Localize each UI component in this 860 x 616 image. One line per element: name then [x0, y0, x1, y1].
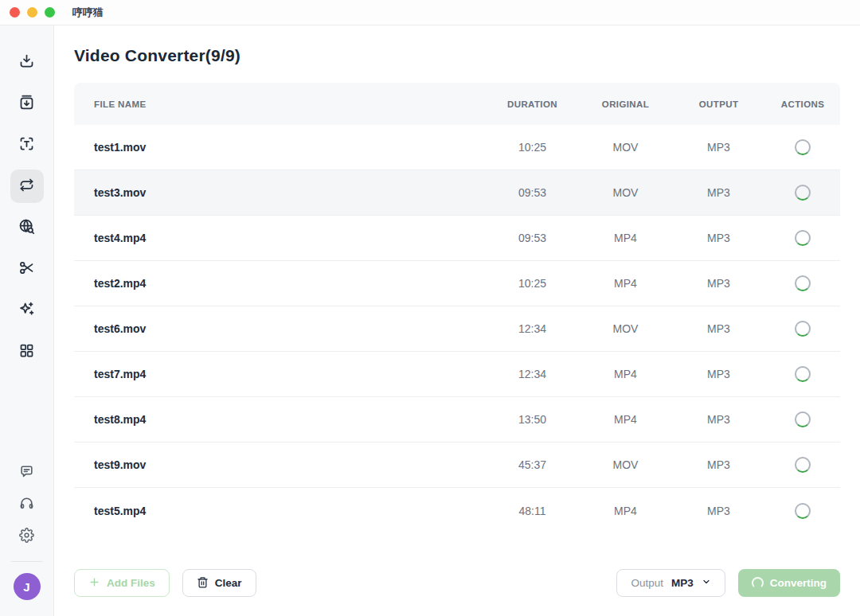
table-row[interactable]: test7.mp4 12:34 MP4 MP3	[74, 352, 840, 397]
output-value: MP3	[671, 577, 694, 589]
footer-toolbar: Add Files Clear Output MP3 Conv	[54, 569, 860, 616]
clear-label: Clear	[215, 577, 242, 589]
table-header: FILE NAME DURATION ORIGINAL OUTPUT ACTIO…	[74, 83, 840, 125]
clear-button[interactable]: Clear	[182, 569, 256, 597]
duration-cell: 09:53	[486, 232, 579, 244]
file-name-cell: test5.mp4	[74, 505, 486, 517]
plus-icon	[88, 576, 100, 591]
titlebar: 哼哼猫	[0, 0, 860, 25]
column-original: ORIGINAL	[579, 99, 672, 109]
duration-cell: 48:11	[486, 505, 579, 517]
table-row[interactable]: test6.mov 12:34 MOV MP3	[74, 306, 840, 352]
page-title: Video Converter(9/9)	[74, 46, 840, 65]
sidebar-item-web-search[interactable]	[10, 211, 44, 244]
converting-spinner-icon	[795, 321, 811, 337]
original-format-cell: MOV	[579, 322, 672, 335]
gear-icon	[19, 528, 34, 546]
footer-right-group: Output MP3 Converting	[616, 569, 840, 597]
converting-spinner-icon	[795, 503, 811, 519]
original-format-cell: MP4	[579, 368, 672, 380]
output-format-dropdown[interactable]: Output MP3	[616, 569, 725, 597]
sidebar-item-settings[interactable]	[13, 523, 41, 550]
column-duration: DURATION	[486, 99, 579, 109]
output-format-cell: MP3	[672, 277, 765, 290]
converting-spinner-icon	[795, 275, 811, 291]
window-title: 哼哼猫	[72, 6, 104, 20]
add-files-button[interactable]: Add Files	[74, 569, 170, 597]
original-format-cell: MOV	[579, 458, 672, 471]
sidebar: J	[0, 25, 54, 616]
file-name-cell: test3.mov	[74, 186, 486, 199]
repeat-icon	[18, 177, 35, 197]
file-name-cell: test9.mov	[74, 458, 486, 471]
duration-cell: 13:50	[486, 413, 579, 426]
minimize-button[interactable]	[27, 7, 37, 18]
table-row[interactable]: test4.mp4 09:53 MP4 MP3	[74, 216, 840, 261]
file-name-cell: test7.mp4	[74, 368, 486, 380]
duration-cell: 09:53	[486, 186, 579, 199]
text-scan-icon	[18, 135, 35, 155]
chevron-down-icon	[700, 577, 711, 589]
sidebar-item-archive-download[interactable]	[10, 87, 44, 120]
converting-spinner-icon	[795, 230, 811, 246]
sidebar-item-ai-tools[interactable]	[10, 294, 44, 327]
download-icon	[18, 53, 35, 72]
original-format-cell: MOV	[579, 186, 672, 199]
duration-cell: 12:34	[486, 322, 579, 335]
file-name-cell: test2.mp4	[74, 277, 486, 290]
converting-spinner-icon	[795, 366, 811, 382]
spinner-icon	[752, 577, 764, 589]
sparkles-icon	[18, 301, 35, 321]
table-row[interactable]: test8.mp4 13:50 MP4 MP3	[74, 397, 840, 443]
converting-button[interactable]: Converting	[738, 569, 840, 597]
duration-cell: 45:37	[486, 458, 579, 471]
converting-spinner-icon	[795, 411, 811, 427]
table-row[interactable]: test2.mp4 10:25 MP4 MP3	[74, 261, 840, 306]
sidebar-bottom: J	[11, 459, 43, 600]
file-name-cell: test6.mov	[74, 322, 486, 335]
file-table: FILE NAME DURATION ORIGINAL OUTPUT ACTIO…	[74, 83, 840, 533]
sidebar-item-text-scan[interactable]	[10, 128, 44, 162]
output-format-cell: MP3	[672, 413, 765, 426]
converting-spinner-icon	[795, 457, 811, 473]
column-output: OUTPUT	[672, 99, 765, 109]
original-format-cell: MOV	[579, 141, 672, 154]
scissors-icon	[18, 259, 35, 279]
sidebar-item-download[interactable]	[10, 45, 44, 79]
add-files-label: Add Files	[107, 577, 155, 589]
grid-icon	[18, 342, 35, 362]
original-format-cell: MP4	[579, 413, 672, 426]
sidebar-item-apps-grid[interactable]	[10, 335, 44, 368]
output-label: Output	[631, 577, 663, 589]
table-row[interactable]: test1.mov 10:25 MOV MP3	[74, 125, 840, 170]
file-name-cell: test1.mov	[74, 141, 486, 154]
archive-download-icon	[18, 94, 35, 114]
column-actions: ACTIONS	[765, 99, 840, 109]
output-format-cell: MP3	[672, 458, 765, 471]
sidebar-divider	[11, 561, 43, 562]
sidebar-item-converter[interactable]	[10, 170, 44, 203]
avatar[interactable]: J	[14, 573, 41, 600]
table-row[interactable]: test3.mov 09:53 MOV MP3	[74, 170, 840, 216]
duration-cell: 12:34	[486, 368, 579, 380]
sidebar-item-feedback[interactable]	[13, 459, 41, 486]
converting-spinner-icon	[795, 185, 811, 201]
globe-search-icon	[18, 218, 35, 238]
converting-label: Converting	[770, 577, 827, 589]
table-body: test1.mov 10:25 MOV MP3 test3.mov 09:53 …	[74, 125, 840, 533]
sidebar-item-support[interactable]	[13, 491, 41, 518]
close-button[interactable]	[10, 7, 20, 18]
table-row[interactable]: test5.mp4 48:11 MP4 MP3	[74, 488, 840, 533]
main-content: Video Converter(9/9) FILE NAME DURATION …	[54, 25, 860, 616]
file-name-cell: test8.mp4	[74, 413, 486, 426]
original-format-cell: MP4	[579, 277, 672, 290]
output-format-cell: MP3	[672, 186, 765, 199]
original-format-cell: MP4	[579, 232, 672, 244]
chat-icon	[19, 464, 34, 482]
sidebar-item-trim[interactable]	[10, 252, 44, 286]
maximize-button[interactable]	[45, 7, 55, 18]
table-row[interactable]: test9.mov 45:37 MOV MP3	[74, 443, 840, 488]
original-format-cell: MP4	[579, 505, 672, 517]
output-format-cell: MP3	[672, 141, 765, 154]
converting-spinner-icon	[795, 139, 811, 155]
